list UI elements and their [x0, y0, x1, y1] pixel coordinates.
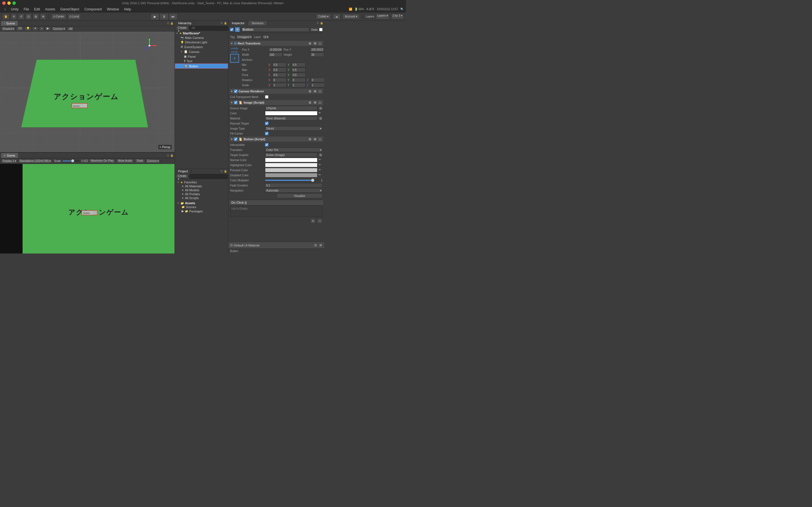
color-pencil[interactable]: ✏ [319, 111, 322, 115]
scale-y-field[interactable] [292, 83, 306, 87]
local-toggle[interactable]: ⊙ Local [67, 13, 81, 20]
canvas-renderer-enabled[interactable] [234, 90, 238, 93]
transition-dropdown[interactable]: Color Tint ▾ [265, 148, 322, 152]
material-select[interactable]: ◎ [319, 116, 322, 120]
rot-x-field[interactable] [272, 78, 287, 82]
pivot-x-field[interactable] [272, 73, 287, 77]
account-button[interactable]: Account ▾ [342, 14, 360, 19]
scene-canvas[interactable]: アクションゲーム Button < Persp [0, 32, 174, 152]
hierarchy-lock[interactable]: 🔒 [224, 22, 227, 24]
step-button[interactable]: ⏭ [168, 13, 177, 20]
highlighted-color-pencil[interactable]: ✏ [319, 163, 322, 167]
img-icon-1[interactable]: ⊡ [308, 101, 312, 105]
unity-menu[interactable]: Unity [8, 7, 20, 12]
inspector-menu[interactable]: ☰ [317, 22, 319, 24]
btn-icon-3[interactable]: … [318, 137, 322, 141]
raycast-checkbox[interactable] [265, 122, 268, 125]
color-swatch-white[interactable] [265, 111, 317, 115]
anchor-max-x-field[interactable] [272, 68, 287, 72]
game-view[interactable]: アクションゲーム Button [0, 164, 174, 253]
pressed-color-swatch[interactable] [265, 168, 317, 172]
hierarchy-item-panel[interactable]: ▣ Panel [175, 54, 228, 59]
maximize-button[interactable] [12, 1, 16, 5]
fx-button[interactable]: ✦ [32, 26, 38, 31]
multi-tool[interactable]: ⊕ [40, 13, 46, 20]
button-script-section[interactable]: ▼ 📜 Button (Script) ⊡ ⚙ … [230, 136, 323, 142]
scene-panel-menu[interactable]: ☰ [167, 22, 169, 25]
services-tab[interactable]: Services [248, 21, 267, 25]
scene-tab[interactable]: # Scene [1, 21, 18, 26]
play-button[interactable]: ▶ [151, 13, 160, 20]
image-enabled[interactable] [234, 101, 238, 104]
pos-y-field[interactable] [310, 47, 324, 52]
normal-color-pencil[interactable]: ✏ [319, 158, 322, 162]
edit-menu[interactable]: Edit [32, 7, 42, 12]
anchor-max-y-field[interactable] [292, 68, 306, 72]
window-menu[interactable]: Window [105, 7, 121, 12]
hierarchy-item-button[interactable]: 🔘 Button [175, 63, 228, 69]
project-assets[interactable]: ▼ 📁 Assets [176, 201, 227, 205]
layers-dropdown[interactable]: Layers ▾ [376, 14, 389, 19]
project-packages[interactable]: ▶ 📁 Packages [176, 209, 227, 213]
gameobject-menu[interactable]: GameObject [58, 7, 82, 12]
shading-dropdown[interactable]: Shaded ▾ [1, 26, 15, 31]
material-settings-2[interactable]: ⚙ [319, 243, 322, 247]
rt-icon-1[interactable]: ⊡ [308, 41, 312, 45]
cr-icon-3[interactable]: … [318, 89, 322, 93]
canvas-renderer-section[interactable]: ▼ Canvas Renderer ⊡ ⚙ … [230, 89, 323, 94]
project-tab[interactable]: Project [175, 169, 192, 173]
fade-duration-field[interactable] [265, 183, 322, 187]
rt-icon-2[interactable]: ⚙ [313, 41, 317, 45]
game-panel-lock[interactable]: 🔒 [170, 154, 173, 157]
inspector-lock[interactable]: 🔒 [320, 22, 323, 24]
hierarchy-item-directional-light[interactable]: 💡 Directional Light [175, 40, 228, 45]
cloud-button[interactable]: ☁ [333, 14, 341, 19]
move-tool[interactable]: ✛ [11, 13, 17, 20]
project-search[interactable] [189, 174, 229, 179]
2d-button[interactable]: 2D [16, 26, 24, 31]
scale-tool[interactable]: ⊡ [26, 13, 32, 20]
hierarchy-create-btn[interactable]: Create ▾ [176, 26, 188, 31]
scale-slider[interactable] [63, 161, 80, 161]
source-image-select[interactable]: ◎ [319, 106, 322, 110]
scale-x-field[interactable] [272, 83, 287, 87]
object-active-checkbox[interactable] [230, 28, 234, 31]
video-button[interactable]: ▶ [45, 26, 51, 31]
visualize-button[interactable]: Visualize [276, 193, 322, 198]
material-settings-1[interactable]: ⊡ [313, 243, 317, 247]
pivot-y-field[interactable] [292, 73, 306, 77]
scale-z-field[interactable] [311, 83, 324, 87]
img-icon-2[interactable]: ⚙ [313, 101, 317, 105]
img-icon-3[interactable]: … [318, 101, 322, 105]
pos-x-field[interactable] [268, 47, 283, 52]
search-icon[interactable]: 🔍 [400, 8, 404, 11]
image-script-section[interactable]: ▼ 📜 Image (Script) ⊡ ⚙ … [230, 100, 323, 105]
audio-button[interactable]: ♪ [39, 26, 44, 31]
highlighted-color-swatch[interactable] [265, 163, 317, 167]
layout-dropdown[interactable]: 2 by 3 ▾ [391, 14, 404, 19]
button-enabled[interactable] [234, 137, 238, 141]
onclick-remove-btn[interactable]: − [317, 218, 322, 224]
btn-icon-2[interactable]: ⚙ [313, 137, 317, 141]
window-controls[interactable] [2, 1, 16, 5]
rect-tool[interactable]: ⊞ [33, 13, 39, 20]
width-field[interactable] [268, 52, 283, 57]
material-field[interactable] [265, 116, 317, 121]
game-panel-menu[interactable]: ☰ [167, 154, 169, 157]
rot-z-field[interactable] [311, 78, 324, 82]
hand-tool[interactable]: ✋ [2, 13, 10, 20]
rotate-tool[interactable]: ↺ [18, 13, 24, 20]
inspector-tab[interactable]: Inspector [229, 21, 248, 25]
rt-icon-3[interactable]: … [318, 41, 322, 45]
interactable-checkbox[interactable] [265, 143, 268, 147]
hierarchy-item-canvas[interactable]: ▼ 📋 Canvas [175, 49, 228, 54]
disabled-color-pencil[interactable]: ✏ [319, 173, 322, 177]
layer-dropdown[interactable]: UI ▾ [263, 35, 269, 39]
all-dropdown[interactable]: ◦All [67, 26, 74, 31]
hierarchy-item-main-camera[interactable]: 📷 Main Camera [175, 36, 228, 40]
project-lock[interactable]: 🔒 [224, 170, 227, 173]
file-menu[interactable]: File [21, 7, 31, 12]
cr-icon-1[interactable]: ⊡ [308, 89, 312, 93]
project-menu[interactable]: ☰ [220, 170, 223, 173]
target-graphic-field[interactable] [265, 153, 317, 157]
